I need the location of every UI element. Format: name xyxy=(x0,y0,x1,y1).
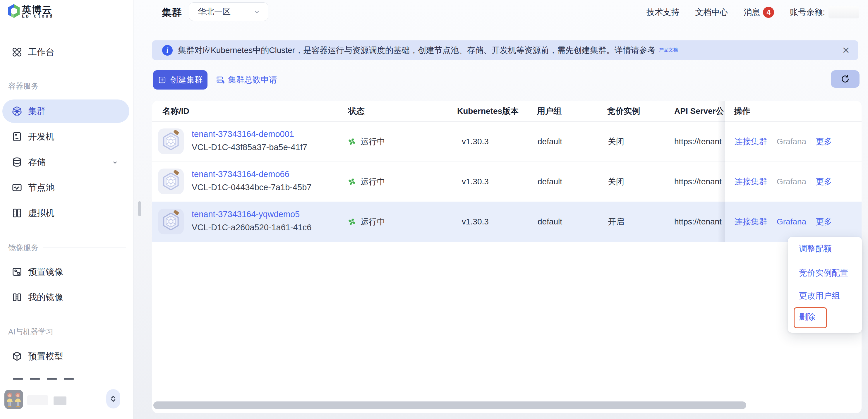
region-select[interactable]: 华北一区 xyxy=(189,2,268,21)
connect-cluster-link[interactable]: 连接集群 xyxy=(735,176,767,187)
group-cell: default xyxy=(537,202,562,242)
redacted-tag xyxy=(54,396,66,405)
version-cell: v1.30.3 xyxy=(462,122,489,162)
sidebar-item-label: 预置模型 xyxy=(28,351,63,362)
api-server-cell: https://tenant xyxy=(674,122,724,162)
sidebar-item-label: 节点池 xyxy=(28,182,55,194)
connect-cluster-link[interactable]: 连接集群 xyxy=(735,136,767,147)
sidebar-item-devmachine[interactable]: 开发机 xyxy=(2,125,129,148)
more-link[interactable]: 更多 xyxy=(816,216,832,227)
table-row-highlighted[interactable]: tenant-37343164-yqwdemo5 VCL-D1C-a260a52… xyxy=(152,202,862,242)
cluster-name-link[interactable]: tenant-37343164-demo66 xyxy=(192,169,289,179)
status-cell: 运行中 xyxy=(347,162,385,202)
col-header-actions: 操作 xyxy=(734,101,750,122)
actions-cell: 连接集群 Grafana 更多 xyxy=(735,122,832,162)
account-switcher-button[interactable] xyxy=(106,389,120,409)
sidebar-item-storage[interactable]: 存储 xyxy=(2,151,129,174)
messages-link[interactable]: 消息 4 xyxy=(744,7,774,18)
more-link[interactable]: 更多 xyxy=(816,136,832,147)
refresh-button[interactable] xyxy=(831,70,860,88)
chevrons-up-down-icon xyxy=(108,394,118,404)
node-pool-icon xyxy=(11,182,23,193)
info-banner: i 集群对应Kubernetes中的Cluster，是容器运行与资源调度的基础，… xyxy=(152,40,858,60)
action-divider xyxy=(811,137,811,146)
actions-cell: 连接集群 Grafana 更多 xyxy=(735,162,832,202)
sidebar-item-preset-images[interactable]: 预置镜像 xyxy=(2,260,129,284)
cluster-icon xyxy=(158,208,184,234)
cluster-id: VCL-D1C-04434bce-7a1b-45b7 xyxy=(192,183,311,192)
spot-cell: 关闭 xyxy=(608,122,624,162)
sidebar-item-label: 工作台 xyxy=(28,46,55,58)
sidebar-scrollbar-thumb[interactable] xyxy=(138,201,141,216)
cluster-name-link[interactable]: tenant-37343164-demo001 xyxy=(192,129,294,139)
more-actions-menu: 调整配额 竞价实例配置 更改用户组 删除 xyxy=(788,237,862,333)
sidebar-item-clusters[interactable]: 集群 xyxy=(2,99,129,123)
grafana-link[interactable]: Grafana xyxy=(777,177,806,186)
grafana-link[interactable]: Grafana xyxy=(777,217,806,226)
grid-icon xyxy=(11,46,23,58)
action-divider xyxy=(811,177,811,186)
cluster-id: VCL-D1C-43f85a37-ba5e-41f7 xyxy=(192,142,307,152)
api-server-cell: https://tenant xyxy=(674,202,724,242)
horizontal-scrollbar-thumb[interactable] xyxy=(153,401,746,409)
spot-cell: 关闭 xyxy=(608,162,624,202)
close-icon[interactable]: ✕ xyxy=(842,45,850,56)
server-plus-icon xyxy=(216,75,225,85)
status-cell: 运行中 xyxy=(347,202,385,242)
sidebar-item-preset-models[interactable]: 预置模型 xyxy=(2,345,129,368)
table-header-row: 名称/ID 状态 Kubernetes版本 用户组 竞价实例 API Serve… xyxy=(152,101,862,122)
sidebar-item-label: 我的镜像 xyxy=(28,291,63,303)
cube-icon xyxy=(11,351,23,362)
api-server-cell: https://tenant xyxy=(674,162,724,202)
section-divider xyxy=(43,86,126,86)
connect-cluster-link[interactable]: 连接集群 xyxy=(735,216,767,227)
avatar[interactable] xyxy=(4,390,23,409)
action-divider xyxy=(772,177,772,186)
messages-label: 消息 xyxy=(744,7,760,18)
actions-cell: 连接集群 Grafana 更多 xyxy=(735,202,832,242)
cluster-quota-request-link[interactable]: 集群总数申请 xyxy=(216,70,277,90)
menu-item-change-group[interactable]: 更改用户组 xyxy=(799,288,840,304)
cluster-name-link[interactable]: tenant-37343164-yqwdemo5 xyxy=(192,210,300,219)
cluster-icon xyxy=(158,128,184,154)
sidebar-section-container: 镜像服务 xyxy=(8,243,126,252)
docs-link[interactable]: 文档中心 xyxy=(695,7,728,18)
more-link[interactable]: 更多 xyxy=(816,176,832,187)
sidebar-section-container: AI与机器学习 xyxy=(8,327,126,336)
menu-item-spot-config[interactable]: 竞价实例配置 xyxy=(799,265,848,281)
brand-subtitle: EB Cloud xyxy=(22,14,54,19)
database-icon xyxy=(11,156,23,168)
product-docs-link[interactable]: 产品文档 xyxy=(659,47,678,53)
create-cluster-button[interactable]: 创建集群 xyxy=(153,70,208,90)
chevron-down-icon xyxy=(111,159,119,166)
sidebar-item-workbench[interactable]: 工作台 xyxy=(2,40,129,64)
status-text: 运行中 xyxy=(361,176,385,187)
col-header-name: 名称/ID xyxy=(162,101,189,122)
sidebar-section-title: AI与机器学习 xyxy=(8,327,54,337)
sidebar-section-title: 镜像服务 xyxy=(8,243,39,253)
sidebar-item-nodepool[interactable]: 节点池 xyxy=(2,176,129,199)
group-cell: default xyxy=(537,162,562,202)
plus-square-icon xyxy=(158,75,166,84)
sidebar-section-title: 容器服务 xyxy=(8,81,39,91)
redacted-balance-value xyxy=(829,6,859,19)
action-divider xyxy=(772,217,772,226)
section-divider xyxy=(43,248,126,248)
page-title: 集群 xyxy=(162,6,182,19)
version-cell: v1.30.3 xyxy=(462,202,489,242)
table-row[interactable]: tenant-37343164-demo66 VCL-D1C-04434bce-… xyxy=(152,162,862,202)
redacted-username xyxy=(27,395,48,405)
sidebar-item-label: 虚拟机 xyxy=(28,207,55,219)
table-row[interactable]: tenant-37343164-demo001 VCL-D1C-43f85a37… xyxy=(152,122,862,162)
running-fan-icon xyxy=(347,217,356,226)
brand-logo-icon xyxy=(7,4,20,19)
sidebar-item-vm[interactable]: 虚拟机 xyxy=(2,201,129,225)
support-link[interactable]: 技术支持 xyxy=(647,7,679,18)
menu-item-adjust-quota[interactable]: 调整配额 xyxy=(799,240,832,257)
grafana-link[interactable]: Grafana xyxy=(777,137,806,146)
sidebar-section-container: 容器服务 xyxy=(8,82,126,91)
menu-item-delete[interactable]: 删除 xyxy=(799,309,815,325)
spot-cell: 开启 xyxy=(608,202,624,242)
sidebar-item-my-images[interactable]: 我的镜像 xyxy=(2,286,129,309)
virtual-machine-icon xyxy=(11,207,23,219)
